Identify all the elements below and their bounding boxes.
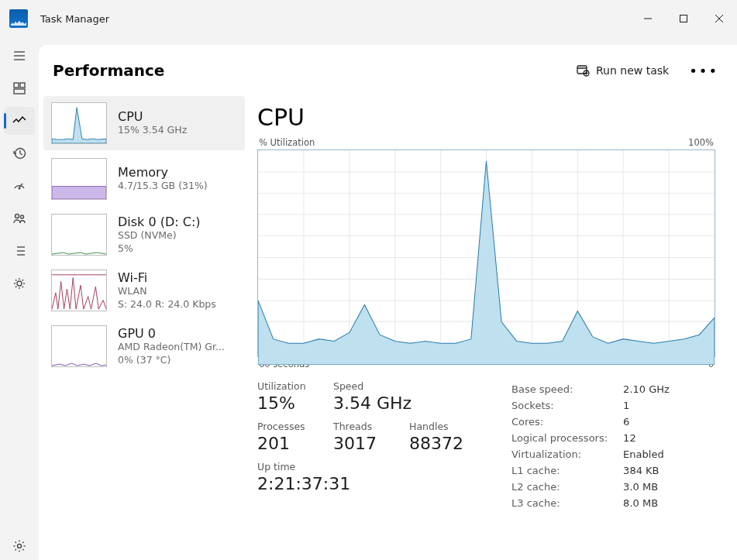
stats-area: Utilization 15% Speed 3.54 GHz Processes xyxy=(257,380,715,512)
settings-icon[interactable] xyxy=(4,532,35,560)
svg-marker-29 xyxy=(52,187,106,199)
app-icon xyxy=(9,9,28,28)
svg-point-21 xyxy=(17,281,22,286)
titlebar: Task Manager xyxy=(0,0,737,37)
speed-value: 3.54 GHz xyxy=(333,393,412,413)
perf-item-sub: 4.7/15.3 GB (31%) xyxy=(118,180,208,193)
cpu-chart[interactable] xyxy=(257,149,715,357)
performance-list: CPU 15% 3.54 GHz Memory 4.7/15.3 GB (31%… xyxy=(39,96,250,560)
svg-point-22 xyxy=(18,545,22,548)
svg-rect-8 xyxy=(20,83,25,88)
nav-app-history[interactable] xyxy=(4,139,35,167)
close-button[interactable] xyxy=(701,0,737,37)
perf-item-title: Disk 0 (D: C:) xyxy=(118,215,201,229)
memory-thumb-chart xyxy=(51,158,107,200)
perf-item-sub2: S: 24.0 R: 24.0 Kbps xyxy=(118,298,216,311)
hamburger-icon[interactable] xyxy=(4,42,35,70)
chart-ymax: 100% xyxy=(688,137,714,148)
speed-label: Speed xyxy=(333,380,412,392)
processes-label: Processes xyxy=(257,421,312,432)
handles-label: Handles xyxy=(409,421,463,432)
maximize-button[interactable] xyxy=(666,0,701,37)
handles-value: 88372 xyxy=(409,434,463,453)
svg-point-14 xyxy=(21,215,24,218)
content-pane: Performance Run new task ••• CPU 15% 3.5… xyxy=(39,45,737,560)
perf-item-disk[interactable]: Disk 0 (D: C:) SSD (NVMe) 5% xyxy=(43,208,245,262)
detail-pane: CPU % Utilization 100% 60 seconds 0 xyxy=(250,96,737,560)
nav-rail xyxy=(0,37,39,560)
perf-item-sub2: 5% xyxy=(118,242,201,256)
svg-rect-23 xyxy=(577,66,587,74)
minimize-button[interactable] xyxy=(630,0,666,37)
svg-rect-9 xyxy=(14,89,25,94)
perf-item-title: GPU 0 xyxy=(118,326,225,341)
cpu-thumb-chart xyxy=(51,102,107,144)
perf-item-sub: AMD Radeon(TM) Gr... xyxy=(118,341,225,354)
uptime-label: Up time xyxy=(257,461,350,472)
utilization-label: Utilization xyxy=(257,380,312,392)
more-button[interactable]: ••• xyxy=(684,60,723,82)
svg-point-13 xyxy=(15,215,19,218)
wifi-thumb-chart xyxy=(51,270,107,311)
perf-item-gpu[interactable]: GPU 0 AMD Radeon(TM) Gr... 0% (37 °C) xyxy=(43,319,245,373)
detail-title: CPU xyxy=(257,104,715,131)
utilization-value: 15% xyxy=(257,393,312,413)
window-controls xyxy=(630,0,737,37)
uptime-value: 2:21:37:31 xyxy=(257,474,350,493)
svg-rect-1 xyxy=(680,15,687,22)
perf-item-wifi[interactable]: Wi-Fi WLAN S: 24.0 R: 24.0 Kbps xyxy=(43,263,245,318)
perf-item-title: Wi-Fi xyxy=(118,270,216,285)
svg-marker-49 xyxy=(258,161,715,365)
nav-processes[interactable] xyxy=(4,74,35,102)
threads-label: Threads xyxy=(333,421,387,432)
svg-marker-28 xyxy=(52,108,106,143)
app-title: Task Manager xyxy=(40,13,109,25)
perf-item-sub2: 0% (37 °C) xyxy=(118,354,225,367)
nav-performance[interactable] xyxy=(4,107,35,135)
perf-item-sub: SSD (NVMe) xyxy=(118,229,201,242)
svg-rect-7 xyxy=(14,83,19,88)
processes-value: 201 xyxy=(257,434,312,453)
run-new-task-label: Run new task xyxy=(596,64,669,77)
perf-item-sub: 15% 3.54 GHz xyxy=(118,124,187,137)
nav-services[interactable] xyxy=(4,270,35,297)
perf-item-title: Memory xyxy=(118,165,208,180)
nav-startup[interactable] xyxy=(4,172,35,200)
run-new-task-button[interactable]: Run new task xyxy=(576,64,669,77)
threads-value: 3017 xyxy=(333,434,387,453)
perf-item-memory[interactable]: Memory 4.7/15.3 GB (31%) xyxy=(43,152,245,206)
perf-item-sub: WLAN xyxy=(118,285,216,298)
svg-point-12 xyxy=(19,187,20,189)
disk-thumb-chart xyxy=(51,214,107,256)
nav-details[interactable] xyxy=(4,237,35,265)
page-header: Performance Run new task ••• xyxy=(39,45,737,96)
perf-item-cpu[interactable]: CPU 15% 3.54 GHz xyxy=(43,96,245,150)
nav-users[interactable] xyxy=(4,204,35,232)
chart-ylabel: % Utilization xyxy=(259,137,315,148)
specs-table: Base speed:2.10 GHz Sockets:1 Cores:6 Lo… xyxy=(510,380,685,512)
page-title: Performance xyxy=(53,61,164,80)
perf-item-title: CPU xyxy=(118,109,187,124)
gpu-thumb-chart xyxy=(51,325,107,367)
